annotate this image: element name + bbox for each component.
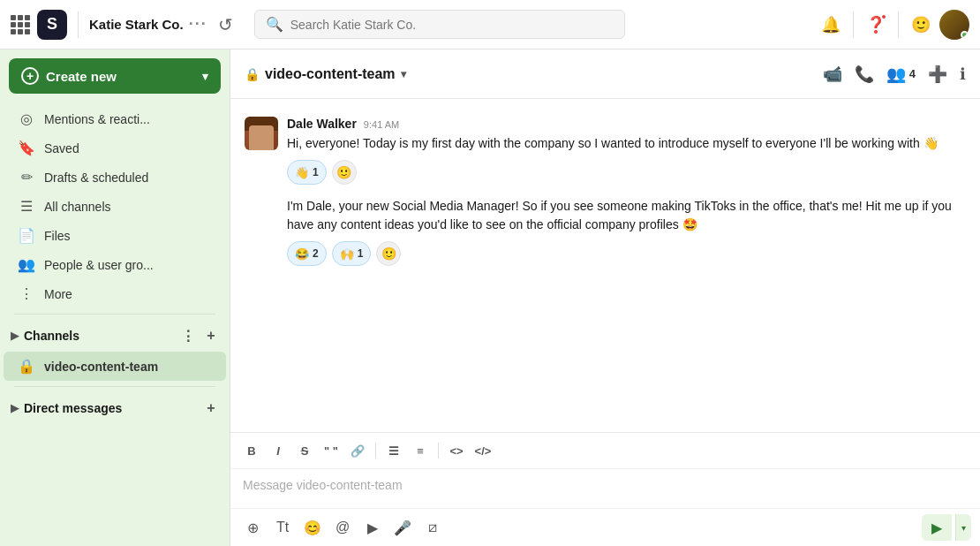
reaction-laugh-count: 2 — [313, 247, 319, 260]
messages-container: Dale Walker 9:41 AM Hi, everyone! Today … — [230, 99, 980, 432]
chat-header: 🔒 video-content-team ▾ 📹 📞 👥 4 ➕ ℹ — [230, 49, 980, 99]
sidebar-item-files-label: Files — [44, 229, 71, 243]
grid-menu-icon[interactable] — [11, 15, 30, 34]
video-call-icon[interactable]: 📹 — [823, 64, 842, 84]
send-options-chevron[interactable]: ▾ — [955, 514, 971, 541]
quote-button[interactable]: " " — [319, 438, 343, 463]
reaction-add-1[interactable]: 🙂 — [332, 160, 357, 185]
topbar-divider-1 — [78, 11, 79, 38]
composer: B I S " " 🔗 ☰ ≡ <> </> ⊕ Tt 😊 @ ▶ — [230, 432, 980, 546]
message-text-2: I'm Dale, your new Social Media Manager!… — [287, 197, 966, 234]
sidebar-item-more-label: More — [44, 287, 72, 301]
sidebar-item-mentions[interactable]: ◎ Mentions & reacti... — [4, 104, 226, 133]
format-text-icon[interactable]: Tt — [269, 514, 296, 541]
composer-toolbar: B I S " " 🔗 ☰ ≡ <> </> — [230, 433, 980, 469]
sidebar-item-all-channels[interactable]: ☰ All channels — [4, 192, 226, 221]
channel-name: video-content-team — [265, 66, 396, 82]
main-layout: + Create new ▾ ◎ Mentions & reacti... 🔖 … — [0, 49, 980, 546]
message-input[interactable] — [243, 478, 968, 492]
sidebar-item-saved-label: Saved — [44, 141, 79, 155]
bold-button[interactable]: B — [239, 438, 264, 463]
sidebar-item-files[interactable]: 📄 Files — [4, 221, 226, 250]
avatar-face — [249, 125, 274, 150]
sidebar-item-saved[interactable]: 🔖 Saved — [4, 133, 226, 163]
channel-title[interactable]: 🔒 video-content-team ▾ — [245, 66, 406, 82]
help-icon[interactable]: ❓ — [861, 10, 891, 40]
dm-section-header[interactable]: ▶ Direct messages + — [0, 392, 230, 424]
attach-icon[interactable]: ⊕ — [239, 514, 266, 541]
strikethrough-button[interactable]: S — [292, 438, 317, 463]
reaction-celebrate-count: 1 — [358, 247, 364, 260]
message-time: 9:41 AM — [364, 119, 399, 130]
mention-icon[interactable]: @ — [329, 514, 356, 541]
create-new-plus-icon: + — [21, 67, 39, 85]
sidebar-item-people[interactable]: 👥 People & user gro... — [4, 250, 226, 279]
sidebar-item-drafts-label: Drafts & scheduled — [44, 171, 148, 185]
member-count: 4 — [909, 67, 916, 80]
channel-lock-icon: 🔒 — [18, 358, 35, 375]
message-avatar — [245, 117, 278, 150]
history-icon[interactable]: ↺ — [218, 14, 233, 35]
link-button[interactable]: 🔗 — [345, 438, 370, 463]
all-channels-icon: ☰ — [18, 198, 35, 215]
info-icon[interactable]: ℹ — [960, 64, 966, 84]
reaction-wave[interactable]: 👋 1 — [287, 160, 327, 185]
topbar-divider-3 — [898, 11, 899, 38]
create-new-button[interactable]: + Create new ▾ — [9, 58, 221, 94]
add-member-icon[interactable]: ➕ — [928, 64, 947, 84]
sidebar-item-more[interactable]: ⋮ More — [4, 279, 226, 308]
code-button[interactable]: <> — [444, 438, 469, 463]
message-text-1: Hi, everyone! Today is my first day with… — [287, 134, 966, 153]
notifications-icon[interactable]: 🔔 — [816, 10, 846, 40]
code-block-button[interactable]: </> — [471, 438, 495, 463]
audio-icon[interactable]: 🎤 — [389, 514, 416, 541]
reaction-celebrate[interactable]: 🙌 1 — [332, 241, 372, 266]
chat-header-actions: 📹 📞 👥 4 ➕ ℹ — [823, 64, 966, 84]
slash-command-icon[interactable]: ⧄ — [419, 514, 446, 541]
sidebar: + Create new ▾ ◎ Mentions & reacti... 🔖 … — [0, 49, 230, 546]
reaction-laugh[interactable]: 😂 2 — [287, 241, 327, 266]
dm-section-actions: + — [201, 398, 221, 418]
search-input[interactable] — [290, 18, 614, 32]
channels-kebab-icon[interactable]: ⋮ — [178, 326, 198, 345]
dm-chevron-icon: ▶ — [11, 402, 19, 414]
notification-badge — [880, 13, 887, 20]
topbar: S Katie Stark Co. ··· ↺ 🔍 🔔 ❓ 🙂 — [0, 0, 980, 49]
members-icon[interactable]: 👥 4 — [886, 64, 916, 84]
search-bar[interactable]: 🔍 — [254, 10, 625, 39]
unordered-list-button[interactable]: ≡ — [408, 438, 433, 463]
media-icon[interactable]: ▶ — [359, 514, 386, 541]
saved-icon: 🔖 — [18, 140, 35, 156]
search-icon: 🔍 — [266, 16, 283, 33]
sidebar-item-video-content-team[interactable]: 🔒 video-content-team — [4, 352, 226, 381]
members-icon-symbol: 👥 — [886, 64, 906, 84]
sidebar-item-people-label: People & user gro... — [44, 258, 154, 272]
user-avatar[interactable] — [939, 10, 969, 40]
ordered-list-button[interactable]: ☰ — [381, 438, 406, 463]
dm-section-label: Direct messages — [24, 401, 122, 415]
chat-area: 🔒 video-content-team ▾ 📹 📞 👥 4 ➕ ℹ — [230, 49, 980, 546]
reaction-add-2[interactable]: 🙂 — [376, 241, 401, 266]
message-item: Dale Walker 9:41 AM Hi, everyone! Today … — [245, 117, 966, 266]
audio-call-icon[interactable]: 📞 — [855, 64, 874, 84]
channels-section-actions: ⋮ + — [178, 326, 221, 345]
reaction-laugh-emoji: 😂 — [295, 247, 309, 261]
topbar-divider-2 — [853, 11, 854, 38]
reaction-wave-emoji: 👋 — [295, 166, 309, 179]
drafts-icon: ✏ — [18, 169, 35, 186]
workspace-menu-dots[interactable]: ··· — [189, 15, 207, 34]
channels-section-label: Channels — [24, 329, 79, 343]
send-button[interactable]: ▶ — [922, 514, 952, 541]
dm-add-icon[interactable]: + — [201, 398, 221, 418]
emoji-picker-icon[interactable]: 😊 — [299, 514, 326, 541]
sidebar-item-drafts[interactable]: ✏ Drafts & scheduled — [4, 163, 226, 192]
emoji-icon[interactable]: 🙂 — [906, 10, 936, 40]
italic-button[interactable]: I — [266, 438, 290, 463]
sidebar-divider-2 — [14, 386, 215, 387]
composer-input-area[interactable] — [230, 469, 980, 508]
channels-add-icon[interactable]: + — [201, 326, 221, 345]
channels-section-header[interactable]: ▶ Channels ⋮ + — [0, 320, 230, 352]
workspace-name[interactable]: Katie Stark Co. ··· — [89, 15, 207, 34]
reactions-2: 😂 2 🙌 1 🙂 — [287, 241, 966, 266]
message-content: Dale Walker 9:41 AM Hi, everyone! Today … — [287, 117, 966, 266]
